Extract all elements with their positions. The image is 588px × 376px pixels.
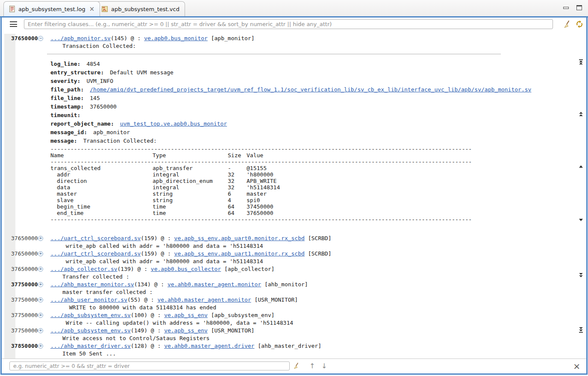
table-cell-size: 64 [228,203,247,210]
source-file-link[interactable]: .../apb_subsystem_env.sv [50,312,131,318]
report-object-link[interactable]: ve.apb0.bus_monitor [144,35,208,41]
table-cell-value: spi0 [247,197,473,203]
log-entry: 37750000+.../apb_subsystem_env.sv(100) @… [2,311,573,327]
expand-entry-icon[interactable]: + [38,251,43,256]
detail-label: file_path: [50,86,84,93]
report-object-link[interactable]: ve.ahb0.master_agent.driver [164,343,254,349]
entry-tag: [apb_monitor] [208,35,255,41]
table-cell-type: string [153,191,228,197]
entry-line-ref: (149) @ : [131,327,164,334]
log-entry: 37750000+.../ahb_user_monitor.sv(55) @ :… [2,296,573,311]
log-entry-header: 37750000+.../ahb_user_monitor.sv(55) @ :… [2,296,573,304]
expand-entry-icon[interactable]: + [38,236,43,241]
entry-line-ref: (159) @ : [141,250,174,257]
log-entry: 37650000+.../uart_ctrl_scoreboard.sv(159… [2,235,573,250]
entry-line-ref: (100) @ : [131,312,164,318]
table-row: trans_collectedapb_transfer-@15155 [50,165,473,171]
source-file-link[interactable]: .../apb_subsystem_env.sv [50,327,131,334]
entry-tag: [ahb_monitor] [261,281,308,288]
overview-marker-top-icon[interactable] [579,59,583,65]
report-object-link[interactable]: ve.apb0.bus_collector [151,266,221,272]
detail-value: apb_monitor [93,129,130,135]
detail-label: report_object_name: [50,120,114,127]
entry-timestamp: 37750000 [11,296,38,304]
overview-marker-down-icon[interactable] [579,219,583,221]
overview-marker-bottom-icon[interactable] [579,327,583,333]
find-input[interactable] [9,361,290,370]
report-object-link[interactable]: ve.apb_ss_env.apb_uart0.monitor.rx_scbd [174,235,305,241]
expand-entry-icon[interactable]: + [38,328,43,333]
overview-marker-double-down-icon[interactable] [579,273,583,278]
expand-entry-icon[interactable]: + [38,297,43,303]
find-previous-icon[interactable]: ↑ [309,362,315,370]
table-cell-type: apb_transfer [153,165,228,171]
log-entry-header: 37650000+.../uart_ctrl_scoreboard.sv(159… [2,250,573,258]
entry-timestamp: 37850000 [11,342,38,350]
expand-entry-icon[interactable]: + [38,313,43,318]
find-next-icon[interactable]: ↓ [321,362,327,370]
entry-message: master transfer collected : [62,288,573,296]
source-file-link[interactable]: .../apb_collector.sv [50,266,118,272]
entry-message: Write access not to Control/Sataus Regis… [62,335,573,342]
table-cell-type: integral [153,171,228,178]
table-cell-size: 6 [228,191,247,197]
expand-entry-icon[interactable]: + [38,282,43,287]
refresh-icon[interactable] [576,20,583,28]
entry-message: Write -- calling update() with address =… [62,319,573,327]
source-file-link[interactable]: .../ahb_user_monitor.sv [50,297,127,303]
table-cell-name: direction [50,178,153,184]
entry-details: log_line:4854entry_structure:Default UVM… [50,54,573,223]
report-object-link[interactable]: ve.apb_ss_env [164,327,208,334]
menu-icon[interactable] [10,21,17,27]
entry-tag: [USR_MONITOR] [251,297,298,303]
log-file-icon [9,6,15,12]
maximize-view-icon[interactable] [576,5,582,10]
column-header: Value [247,152,473,159]
detail-value: 145 [90,95,100,101]
clear-find-icon[interactable] [293,362,300,369]
table-row: directionapb_direction_enum32APB_WRITE [50,178,473,184]
log-entry-header: 37850000+.../ahb_master_driver.sv(128) @… [2,342,573,350]
tab-log-file[interactable]: apb_subsystem_test.log × [3,1,100,16]
tab-vcd-file[interactable]: apb_subsystem_test.vcd [96,1,185,16]
report-object-link[interactable]: ve.ahb0.master_agent.monitor [157,297,251,303]
source-file-link[interactable]: .../ahb_master_monitor.sv [50,281,134,288]
expand-entry-icon[interactable]: + [38,267,43,272]
source-file-link[interactable]: .../apb_monitor.sv [50,35,111,41]
table-cell-type: time [153,210,228,216]
detail-field: file_line:145 [50,94,573,103]
close-tab-icon[interactable]: × [89,6,95,12]
table-cell-name: trans_collected [50,165,153,171]
log-entry-header: 37750000+.../apb_subsystem_env.sv(149) @… [2,327,573,335]
minimize-view-icon[interactable] [563,7,569,9]
report-object-link[interactable]: ve.ahb0.master_agent.monitor [168,281,261,288]
detail-value-link[interactable]: uvm_test_top.ve.apb0.bus_monitor [120,120,227,127]
source-file-link[interactable]: .../uart_ctrl_scoreboard.sv [50,250,141,257]
view-controls [563,5,582,10]
entry-tag: [apb_collector] [221,266,274,272]
close-find-bar-icon[interactable]: × [573,361,580,372]
source-file-link[interactable]: .../uart_ctrl_scoreboard.sv [50,235,141,241]
table-row: masterstring6master [50,191,473,197]
detail-field: file_path:/home/amiq/dvt_predefined_proj… [50,85,573,94]
table-cell-name: begin_time [50,203,153,210]
report-object-link[interactable]: ve.apb_ss_env [164,312,208,318]
overview-marker-up-icon[interactable] [579,165,583,168]
source-file-link[interactable]: .../ahb_master_driver.sv [50,343,131,349]
clear-filter-icon[interactable] [563,20,571,28]
expand-entry-icon[interactable]: + [38,344,43,349]
detail-label: message_id: [50,129,87,135]
log-entry: 37750000+.../apb_subsystem_env.sv(149) @… [2,327,573,342]
log-entry: 37650000+.../apb_collector.sv(139) @ : v… [2,265,573,281]
table-cell-size: 64 [228,210,247,216]
table-cell-name: end_time [50,210,153,216]
detail-value-link[interactable]: /home/amiq/dvt_predefined_projects_targe… [90,86,531,93]
collapse-entry-icon[interactable]: − [38,36,43,41]
detail-field: severity:UVM_INFO [50,77,573,85]
filter-input[interactable] [24,19,553,29]
detail-field: message_id:apb_monitor [50,128,573,137]
overview-marker-double-up-icon[interactable] [579,112,583,117]
filter-toolbar [2,18,586,32]
column-header: Size [228,152,247,159]
report-object-link[interactable]: ve.apb_ss_env.apb_uart1.monitor.rx_scbd [174,250,305,257]
